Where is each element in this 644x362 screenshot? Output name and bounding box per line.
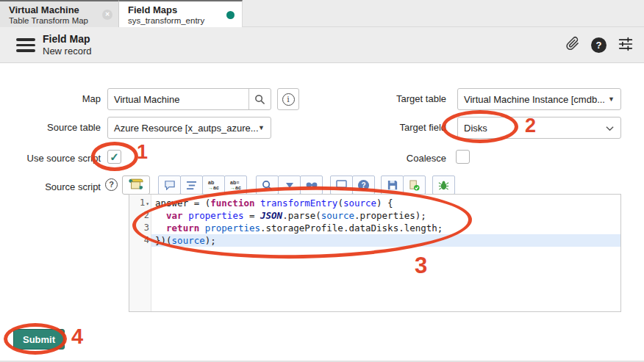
annotation-number-4: 4 (71, 325, 83, 349)
page-subtitle: New record (43, 46, 91, 57)
editor-gutter: 1▾234 (129, 195, 151, 311)
code-line[interactable]: return properties.storageProfile.dataDis… (151, 222, 620, 234)
code-line[interactable]: })(source); (151, 234, 620, 247)
target-field-label: Target field (346, 122, 446, 133)
source-script-editor[interactable]: 1▾234 answer = (function transformEntry(… (129, 194, 621, 312)
source-table-select[interactable]: Azure Resource [x_autps_azure... ▼ (107, 117, 271, 139)
find-next-icon[interactable] (300, 175, 323, 195)
gutter-line-number: 2 (129, 209, 149, 222)
tab-title: Field Maps (128, 4, 235, 15)
search-icon[interactable] (256, 175, 279, 195)
tab-subtitle: sys_transform_entry (128, 16, 235, 25)
reference-info-button[interactable]: i (277, 88, 299, 110)
editor-toolbar-group-save (381, 175, 425, 195)
coalesce-label: Coalesce (346, 153, 446, 164)
map-label: Map (0, 93, 101, 104)
open-preview-icon[interactable] (330, 175, 353, 195)
target-table-value: Virtual Machine Instance [cmdb... (458, 94, 608, 105)
target-table-select[interactable]: Virtual Machine Instance [cmdb... ▼ (457, 88, 621, 110)
gutter-line-number: 4 (129, 234, 149, 247)
coalesce-checkbox[interactable] (456, 150, 470, 164)
form-header: Field Map New record ? (0, 27, 644, 63)
replace-icon[interactable]: ab →ac (202, 175, 225, 195)
tab-strip: Virtual Machine Table Transform Map ✕ Fi… (0, 0, 644, 27)
close-icon[interactable]: ✕ (102, 10, 112, 20)
gutter-line-number: 3 (129, 222, 149, 234)
editor-toolbar-group-view: ? (330, 175, 374, 195)
save-icon[interactable] (381, 175, 404, 195)
field-help-icon[interactable]: ? (105, 178, 118, 191)
map-value: Virtual Machine (108, 94, 248, 105)
editor-toolbar-group-search (256, 175, 322, 195)
target-field-select[interactable]: Disks (457, 117, 621, 139)
replace-all-icon[interactable]: ab≡ →ac (224, 175, 247, 195)
help-icon[interactable]: ? (591, 37, 607, 53)
use-source-script-label: Use source script (0, 153, 101, 164)
tab-field-maps[interactable]: Field Maps sys_transform_entry (119, 0, 243, 27)
go-to-line-icon[interactable] (278, 175, 301, 195)
info-icon: i (282, 93, 295, 106)
use-source-script-checkbox[interactable]: ✓ (107, 150, 121, 164)
active-tab-dot-icon (226, 11, 235, 19)
tab-table-transform-map[interactable]: Virtual Machine Table Transform Map ✕ (0, 0, 119, 27)
source-script-label: Source script (0, 181, 101, 192)
source-table-label: Source table (0, 122, 101, 133)
submit-button[interactable]: Submit (13, 329, 65, 350)
annotation-number-1: 1 (137, 141, 148, 164)
menu-icon[interactable] (16, 38, 35, 52)
gutter-line-number: 1▾ (129, 197, 149, 209)
page-title: Field Map (43, 33, 90, 45)
code-lines[interactable]: answer = (function transformEntry(source… (151, 195, 620, 311)
editor-help-icon[interactable]: ? (352, 175, 375, 195)
chevron-down-icon (605, 124, 620, 132)
editor-toolbar-group-debug (432, 175, 454, 195)
format-code-icon[interactable] (180, 175, 203, 195)
tab-subtitle: Table Transform Map (9, 16, 111, 25)
source-table-value: Azure Resource [x_autps_azure... (108, 123, 258, 134)
field-map-form-page: Virtual Machine Table Transform Map ✕ Fi… (0, 0, 644, 362)
chevron-down-icon: ▼ (258, 124, 271, 131)
code-fold-icon[interactable]: ▾ (146, 200, 149, 207)
code-line[interactable]: var properties = JSON.parse(source.prope… (151, 209, 620, 222)
paperclip-icon[interactable] (565, 36, 580, 54)
target-field-value: Disks (458, 123, 605, 134)
toggle-comment-icon[interactable] (158, 175, 181, 195)
target-table-label: Target table (346, 93, 446, 104)
tab-title: Virtual Machine (9, 4, 111, 15)
map-reference-input[interactable]: Virtual Machine (107, 88, 271, 110)
form-settings-icon[interactable] (618, 37, 634, 54)
search-icon[interactable] (248, 89, 271, 109)
script-icon (128, 178, 144, 193)
chevron-down-icon: ▼ (608, 95, 620, 103)
syntax-check-icon[interactable] (403, 175, 426, 195)
editor-toolbar-group-edit: ab →ac ab≡ →ac (158, 175, 246, 195)
script-icon-button[interactable] (122, 175, 150, 195)
script-debugger-icon[interactable] (432, 175, 455, 195)
code-line[interactable]: answer = (function transformEntry(source… (151, 197, 620, 209)
